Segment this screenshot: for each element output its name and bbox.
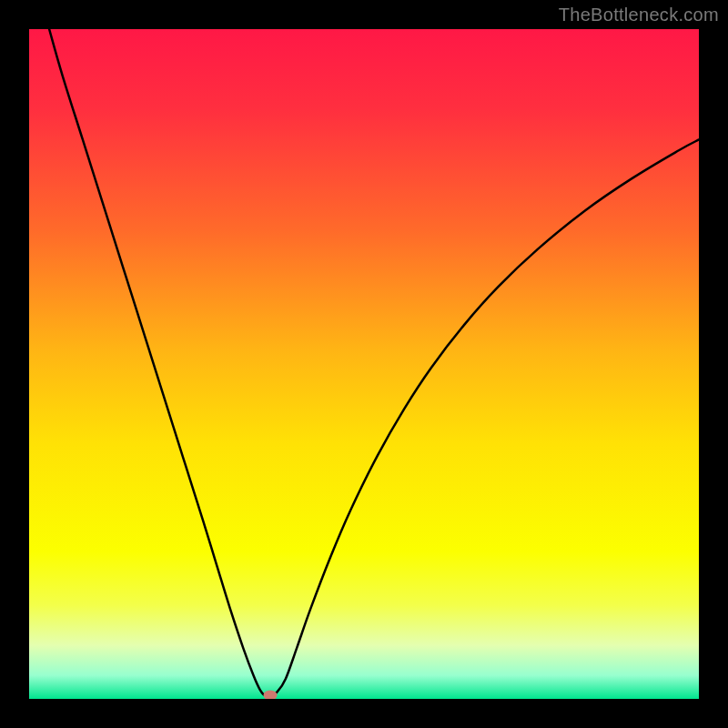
optimal-point-marker: [263, 691, 277, 699]
plot-area: [29, 29, 699, 699]
curve-layer: [29, 29, 699, 699]
bottleneck-curve: [49, 29, 699, 696]
chart-frame: TheBottleneck.com: [0, 0, 728, 728]
watermark-text: TheBottleneck.com: [559, 5, 719, 25]
